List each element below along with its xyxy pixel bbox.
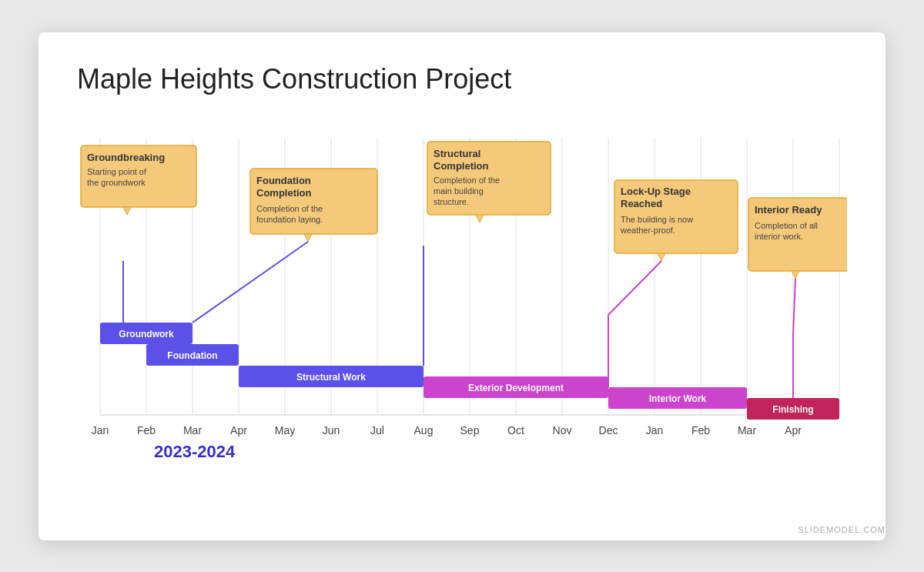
lockup-connector <box>608 261 661 315</box>
tt-structural-desc-1: Completion of the <box>434 176 500 185</box>
month-feb1: Feb <box>137 424 156 437</box>
tt-foundation-title-1: Foundation <box>256 175 311 186</box>
month-jul: Jul <box>370 424 384 437</box>
tt-interior-desc-2: interior work. <box>755 232 803 241</box>
tt-structural-desc-3: structure. <box>434 197 469 206</box>
bar-structural-label: Structural Work <box>296 372 366 383</box>
page-title: Maple Heights Construction Project <box>77 63 847 95</box>
tt-lockup-desc-2: weather-proof. <box>620 226 675 235</box>
tt-lockup-pointer <box>658 253 665 261</box>
tt-lockup-desc-1: The building is now <box>621 215 693 224</box>
month-may: May <box>275 424 295 437</box>
month-sep: Sep <box>460 424 480 437</box>
month-oct: Oct <box>507 424 524 437</box>
month-feb2: Feb <box>691 424 710 437</box>
month-mar1: Mar <box>183 424 202 437</box>
tt-foundation-desc-2: foundation laying. <box>256 215 323 224</box>
month-jun: Jun <box>323 424 340 437</box>
watermark: SLIDEMODEL.COM <box>798 525 886 534</box>
month-nov: Nov <box>553 424 572 437</box>
tt-structural-title-1: Structural <box>434 148 480 159</box>
tt-interior-title-1: Interior Ready <box>755 204 822 216</box>
tt-groundbreaking-pointer <box>123 207 131 215</box>
month-jan2: Jan <box>646 424 664 437</box>
month-aug: Aug <box>414 424 434 437</box>
bar-interior-label: Interior Work <box>649 393 707 404</box>
tt-groundbreaking-desc-1: Starting point of <box>87 167 147 176</box>
chart-area: Groundwork Foundation Structural Work Ex… <box>77 119 847 488</box>
foundation-tooltip-connector <box>192 242 308 323</box>
tt-groundbreaking-title-1: Groundbreaking <box>87 152 165 163</box>
tt-foundation-title-2: Completion <box>256 187 312 199</box>
bar-groundwork-label: Groundwork <box>119 329 174 340</box>
tt-lockup-title-2: Reached <box>621 198 662 209</box>
tt-groundbreaking-desc-2: the groundwork <box>87 178 146 187</box>
tt-structural-title-2: Completion <box>434 160 489 172</box>
bar-foundation-label: Foundation <box>167 350 217 361</box>
month-jan1: Jan <box>92 424 109 437</box>
month-apr1: Apr <box>230 424 247 437</box>
year-range-label: 2023-2024 <box>154 442 236 461</box>
tt-structural-desc-2: main building <box>434 186 484 196</box>
bar-exterior-label: Exterior Development <box>468 383 564 393</box>
bar-finishing-label: Finishing <box>772 404 813 415</box>
month-mar2: Mar <box>738 424 756 437</box>
gantt-chart: Groundwork Foundation Structural Work Ex… <box>77 119 847 488</box>
tt-interior-desc-1: Completion of all <box>755 221 818 230</box>
month-apr2: Apr <box>785 424 802 437</box>
month-dec: Dec <box>599 424 618 437</box>
tt-foundation-pointer <box>304 234 312 242</box>
tt-lockup-title-1: Lock-Up Stage <box>621 186 691 197</box>
tt-foundation-desc-1: Completion of the <box>256 204 323 213</box>
slide: Maple Heights Construction Project <box>38 32 886 540</box>
tt-structural-pointer <box>476 215 484 222</box>
